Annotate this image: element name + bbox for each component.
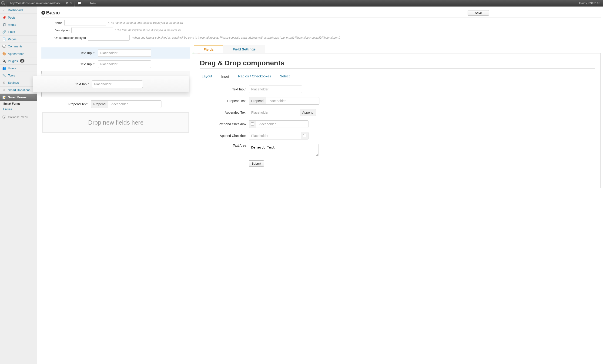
component-textarea[interactable]: Text Area Default Text	[200, 144, 595, 156]
append-addon: Append	[300, 109, 316, 116]
sidebar-label: Pages	[8, 37, 16, 41]
component-label: Prepend Text	[200, 99, 246, 103]
form-builder: Text Input ＋ － Text Input Text Input	[41, 45, 601, 188]
checkbox[interactable]	[303, 134, 306, 137]
save-button[interactable]: Save	[468, 10, 489, 16]
component-input[interactable]	[249, 132, 301, 139]
collapse-menu[interactable]: ◂Collapse menu	[0, 113, 37, 121]
field-input[interactable]	[98, 60, 151, 68]
wordpress-logo-icon[interactable]	[0, 0, 7, 7]
checkbox-addon	[301, 132, 309, 139]
comp-tab-radios[interactable]: Radios / Checkboxes	[236, 73, 273, 81]
users-icon: 👥	[2, 66, 6, 70]
component-textarea-input[interactable]: Default Text	[249, 144, 318, 156]
component-prepend-text[interactable]: Prepend Text Prepend	[200, 97, 595, 105]
sidebar-item-pages[interactable]: 📄Pages	[0, 35, 37, 43]
sidebar-item-smart-donations[interactable]: ☺Smart Donations	[0, 86, 37, 94]
component-label: Text Input	[200, 88, 246, 91]
main-content: ▾ Basic Save Name *The name of the form,…	[37, 7, 603, 364]
sidebar-label: Dashboard	[8, 8, 23, 12]
forms-icon: 📝	[2, 95, 6, 99]
howdy[interactable]: Howdy, 0313118	[575, 1, 603, 5]
sidebar-item-tools[interactable]: 🔧Tools	[0, 72, 37, 79]
notify-hint: *When one form is submitted an email wil…	[131, 36, 340, 39]
component-label: Prepend Checkbox	[200, 122, 246, 126]
notify-input[interactable]	[88, 35, 129, 41]
sidebar-label: Tools	[8, 74, 15, 77]
media-icon: 🎵	[2, 23, 6, 26]
field-input[interactable]	[108, 100, 162, 108]
field-input[interactable]	[98, 49, 151, 57]
sidebar-label: Users	[8, 66, 16, 70]
name-input[interactable]	[64, 20, 106, 26]
sidebar-subitem-entries[interactable]: Entries	[0, 106, 37, 112]
dragging-field[interactable]: Text Input	[33, 76, 189, 92]
sidebar-item-links[interactable]: 🔗Links	[0, 28, 37, 35]
prepend-addon: Prepend	[91, 100, 108, 108]
sidebar-item-posts[interactable]: 📌Posts	[0, 14, 37, 21]
settings-icon: ⚙	[2, 81, 6, 84]
description-hint: *The form description, this is displayed…	[115, 29, 181, 32]
component-tabs: Layout Input Radios / Checkboxes Select	[200, 73, 595, 81]
site-url[interactable]: http://localhost/~edseventeen/rednao	[7, 1, 63, 5]
form-settings: Name *The name of the form, this name is…	[54, 20, 601, 41]
chevron-down-icon[interactable]: ▾	[41, 11, 45, 15]
prepend-addon: Prepend	[249, 97, 266, 105]
component-appended-text[interactable]: Appended Text Append	[200, 109, 595, 116]
name-hint: *The name of the form, this name is disp…	[108, 21, 183, 24]
pin-icon: 📌	[2, 16, 6, 19]
comp-tab-layout[interactable]: Layout	[200, 73, 214, 81]
component-prepend-checkbox[interactable]: Prepend Checkbox	[200, 121, 595, 128]
add-icon[interactable]: ＋	[191, 50, 196, 56]
component-submit: Submit	[200, 160, 595, 167]
refresh-icon: ⟳	[66, 1, 69, 5]
field-input[interactable]	[92, 80, 143, 88]
notify-label: On submission notify to	[54, 36, 86, 40]
sidebar-item-media[interactable]: 🎵Media	[0, 21, 37, 28]
sidebar-item-plugins[interactable]: 🔌Plugins3	[0, 57, 37, 65]
checkbox[interactable]	[251, 122, 254, 126]
dropzone[interactable]: Drop new fields here	[42, 112, 189, 133]
component-label: Text Area	[200, 144, 246, 147]
sidebar-item-comments[interactable]: 💬Comments	[0, 43, 37, 50]
canvas-field-text-input-2[interactable]: Text Input	[41, 59, 190, 70]
component-input[interactable]	[249, 109, 300, 116]
field-label: Text Input	[36, 82, 92, 86]
component-input[interactable]	[249, 86, 302, 93]
tab-field-settings[interactable]: Field Settings	[223, 45, 265, 53]
sidebar-label: Appearance	[8, 52, 24, 55]
canvas-field-prepend-text[interactable]: Prepend Text Prepend	[41, 99, 190, 110]
sidebar-item-settings[interactable]: ⚙Settings	[0, 79, 37, 86]
home-icon: ⌂	[2, 8, 6, 12]
plus-icon: +	[87, 1, 89, 5]
updates-button[interactable]: ⟳ 3	[63, 0, 74, 7]
panel-title: Drag & Drop components	[200, 59, 595, 68]
admin-sidebar: ⌂Dashboard 📌Posts 🎵Media 🔗Links 📄Pages 💬…	[0, 7, 37, 364]
component-input[interactable]	[256, 121, 309, 128]
field-label: Prepend Text	[44, 102, 88, 106]
delete-icon[interactable]: －	[196, 50, 201, 56]
page-title-text: Basic	[46, 10, 60, 16]
description-input[interactable]	[71, 27, 113, 33]
sidebar-label: Settings	[8, 81, 19, 84]
comments-button[interactable]: 💬	[75, 0, 84, 7]
collapse-label: Collapse menu	[8, 115, 28, 119]
updates-count: 3	[70, 1, 72, 5]
submit-button[interactable]: Submit	[249, 160, 264, 167]
component-text-input[interactable]: Text Input	[200, 86, 595, 93]
canvas-field-text-input-1[interactable]: Text Input ＋ －	[41, 47, 190, 59]
sidebar-item-appearance[interactable]: 🎨Appearance	[0, 50, 37, 57]
comment-icon: 💬	[2, 44, 6, 48]
comp-tab-select[interactable]: Select	[278, 73, 291, 81]
comment-icon: 💬	[78, 1, 81, 5]
sidebar-item-dashboard[interactable]: ⌂Dashboard	[0, 7, 37, 14]
component-append-checkbox[interactable]: Append Checkbox	[200, 132, 595, 139]
sidebar-subitem-smart-forms[interactable]: Smart Forms	[0, 101, 37, 106]
sidebar-item-users[interactable]: 👥Users	[0, 65, 37, 72]
new-button[interactable]: + New	[84, 0, 99, 7]
sidebar-label: Links	[8, 30, 15, 34]
sidebar-item-smart-forms[interactable]: 📝Smart Forms	[0, 94, 37, 101]
page-icon: 📄	[2, 37, 6, 41]
comp-tab-input[interactable]: Input	[219, 73, 231, 81]
component-input[interactable]	[266, 97, 319, 105]
